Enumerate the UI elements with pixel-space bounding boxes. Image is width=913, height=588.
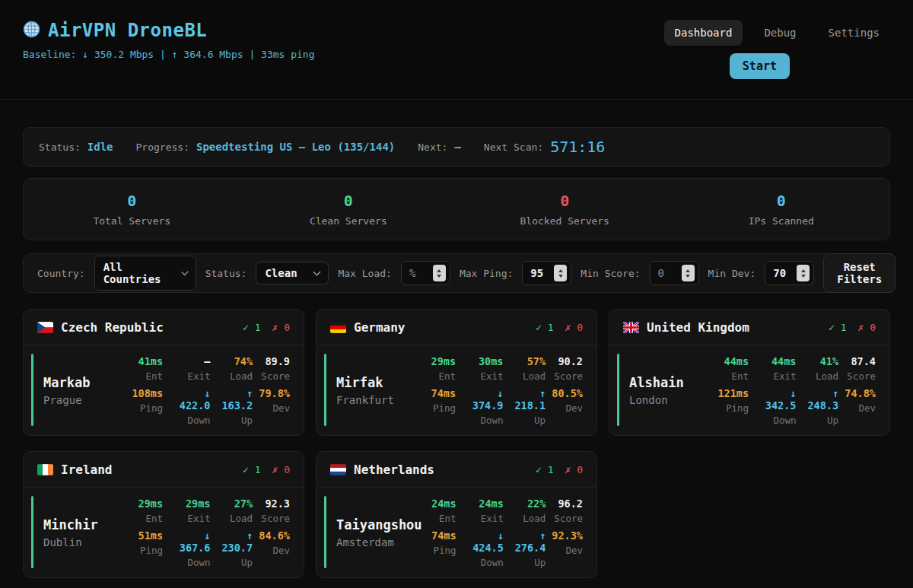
server-name-block: TaiyangshouAmsterdam [336,517,422,548]
server-cards-grid: Czech Republic✓ 1✗ 0MarkabPrague41msEnt–… [23,309,890,578]
stat-cell-exit: 44msExit [753,355,796,382]
stepper-icon[interactable] [797,265,810,281]
page-title: AirVPN DroneBL [48,20,207,41]
stat-value-load: 57% [508,355,546,367]
stat-cell-down: ↓ 374.9Down [460,387,503,426]
clean-count: ✓ 1 [536,322,553,333]
server-card: Netherlands✓ 1✗ 0TaiyangshouAmsterdam24m… [316,451,597,578]
stat-label-load: Load [508,370,546,382]
max-load-input[interactable] [409,267,428,279]
stat-value-down: ↓ 342.5 [753,387,796,412]
stat-label-down: Down [460,415,503,426]
card-body: MarkabPrague41msEnt–Exit74%Load89.9Score… [24,345,304,436]
server-city: Prague [43,394,129,406]
tab-debug[interactable]: Debug [753,20,806,46]
stepper-icon[interactable] [554,265,567,281]
stat-cell-ent: 29msEnt [129,497,163,524]
stat-cell-score: 90.2Score [550,355,583,382]
country-filter-label: Country: [37,268,85,279]
globe-icon [23,21,40,41]
tab-dashboard[interactable]: Dashboard [664,20,743,46]
stat-label-ent: Ent [714,370,749,382]
card-header: United Kingdom✓ 1✗ 0 [609,310,889,345]
status-select-value: Clean [265,267,297,279]
summary-stat-value: 0 [456,192,673,210]
summary-stat-label: IPs Scanned [673,215,890,227]
clean-accent-bar [324,354,326,426]
summary-stat-label: Blocked Servers [456,215,673,227]
blocked-count: ✗ 0 [858,322,876,333]
clean-accent-bar [31,496,33,568]
status-bar: Status: Idle Progress: Speedtesting US –… [23,127,890,167]
stat-cell-up: ↑ 230.7Up [215,529,253,568]
stat-value-ping: 74ms [422,387,456,399]
stat-cell-down: ↓ 367.6Down [167,529,210,568]
stat-cell-ping: 51msPing [129,529,163,568]
stat-label-down: Down [461,557,504,568]
start-button[interactable]: Start [730,53,790,79]
blocked-count: ✗ 0 [272,322,290,333]
stat-value-ent: 29ms [129,497,163,510]
summary-stats-row: 0Total Servers0Clean Servers0Blocked Ser… [23,178,890,240]
stat-cell-down: ↓ 424.5Down [461,529,504,568]
stat-cell-exit: –Exit [167,355,210,382]
stat-cell-up: ↑ 218.1Up [508,387,546,426]
card-counts: ✓ 1✗ 0 [829,322,876,333]
server-stats-grid: 29msEnt29msExit27%Load92.3Score51msPing↓… [129,497,290,568]
stat-label-score: Score [257,513,290,524]
stat-value-score: 90.2 [550,355,583,367]
stat-cell-load: 41%Load [801,355,839,382]
stat-value-load: 41% [801,355,839,367]
stat-value-up: ↑ 230.7 [215,529,253,554]
stat-label-load: Load [801,370,839,382]
stepper-icon[interactable] [682,265,695,281]
stat-cell-up: ↑ 163.2Up [215,387,253,426]
flag-icon-nl [330,464,346,475]
stat-label-ping: Ping [714,402,749,414]
min-score-input[interactable] [658,267,676,279]
stat-cell-dev: 79.8%Dev [257,387,290,426]
stat-value-score: 92.3 [257,497,290,510]
max-ping-input[interactable] [530,267,549,279]
stat-value-score: 96.2 [550,497,583,510]
min-dev-label: Min Dev: [708,268,756,279]
server-card: Ireland✓ 1✗ 0MinchirDublin29msEnt29msExi… [23,451,304,578]
status-item: Status: Idle [39,141,113,153]
summary-stat-value: 0 [240,192,457,210]
card-counts: ✓ 1✗ 0 [243,464,290,475]
stepper-icon[interactable] [433,265,446,281]
max-load-label: Max Load: [338,268,391,279]
card-counts: ✓ 1✗ 0 [536,464,583,475]
stat-value-ent: 24ms [422,497,456,510]
progress-label: Progress: [136,141,189,153]
stat-cell-load: 22%Load [508,497,546,524]
stat-label-ent: Ent [129,513,163,524]
baseline-stats: Baseline: ↓ 350.2 Mbps | ↑ 364.6 Mbps | … [23,49,315,60]
stat-value-dev: 79.8% [257,387,290,399]
country-select[interactable]: All Countries [94,256,196,291]
clean-count: ✓ 1 [243,322,260,333]
clean-count: ✓ 1 [536,464,553,475]
stat-value-up: ↑ 218.1 [508,387,546,412]
card-country-name: Netherlands [354,462,434,477]
server-name-block: AlshainLondon [629,375,714,406]
card-country-name: Ireland [61,462,112,477]
stat-label-score: Score [257,370,290,382]
stat-value-up: ↑ 276.4 [508,529,546,554]
status-label: Status: [39,141,81,153]
reset-filters-button[interactable]: Reset Filters [823,253,896,293]
min-dev-input[interactable] [773,267,791,279]
server-card: United Kingdom✓ 1✗ 0AlshainLondon44msEnt… [609,309,890,436]
stat-label-down: Down [167,557,210,568]
stat-value-down: ↓ 422.0 [167,387,210,412]
clean-count: ✓ 1 [243,464,260,475]
tab-settings[interactable]: Settings [818,20,890,46]
server-card: Czech Republic✓ 1✗ 0MarkabPrague41msEnt–… [23,309,304,436]
status-select[interactable]: Clean [256,262,329,284]
summary-stat: 0Blocked Servers [456,192,673,227]
card-header: Ireland✓ 1✗ 0 [24,452,304,488]
card-counts: ✓ 1✗ 0 [536,322,583,333]
card-header: Germany✓ 1✗ 0 [317,310,596,345]
clean-accent-bar [617,354,619,426]
stat-label-exit: Exit [460,370,503,382]
